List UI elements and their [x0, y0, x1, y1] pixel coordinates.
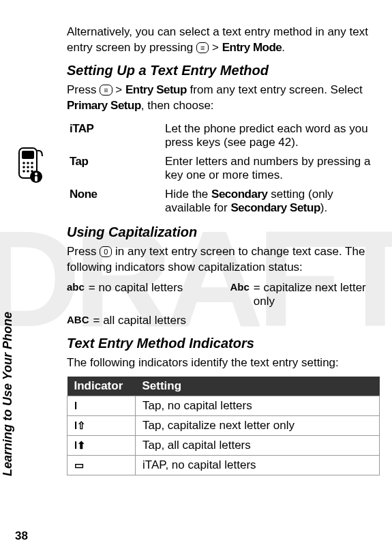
menu-secondary: Secondary [211, 188, 267, 201]
table-row: None Hide the Secondary setting (only av… [67, 185, 380, 218]
caps-glyph-Abc: Abc [230, 281, 250, 293]
intro-paragraph: Alternatively, you can select a text ent… [67, 25, 380, 56]
caps-desc: capitalize next letter only [254, 281, 366, 308]
indicators-paragraph: The following indicators identify the te… [67, 355, 380, 371]
indicator-cell: l⬆ [67, 435, 136, 455]
page-ref: 42 [278, 136, 291, 149]
setting-cell: Tap, no capital letters [136, 396, 380, 415]
text: > [112, 83, 125, 96]
page-number: 38 [15, 529, 28, 543]
text: . [282, 41, 285, 54]
caps-item: ABC = all capital letters [67, 314, 217, 327]
col-header-setting: Setting [136, 377, 380, 396]
caps-item: abc = no capital letters [67, 281, 217, 308]
text: ). [320, 201, 327, 214]
menu-entry-mode: Entry Mode [222, 41, 282, 54]
col-header-indicator: Indicator [67, 377, 136, 396]
table-row: ▭ iTAP, no capital letters [67, 455, 380, 475]
setting-up-paragraph: Press ≡ > Entry Setup from any text entr… [67, 83, 380, 114]
zero-key-icon: 0 [100, 246, 112, 257]
option-label-tap: Tap [70, 155, 88, 168]
indicator-cell: l [67, 396, 136, 415]
menu-key-icon: ≡ [196, 42, 209, 53]
text: = all capital letters [93, 314, 187, 327]
capitalization-grid: abc = no capital letters Abc = capitaliz… [67, 281, 380, 327]
table-row: l Tap, no capital letters [67, 396, 380, 415]
option-label-none: None [70, 188, 97, 201]
table-row: l⬆ Tap, all capital letters [67, 435, 380, 455]
text: ). [291, 136, 298, 149]
indicator-cell: ▭ [67, 455, 136, 475]
text: Hide the [165, 188, 211, 201]
menu-entry-setup: Entry Setup [125, 83, 187, 96]
text: in any text entry screen to change text … [67, 245, 365, 274]
menu-key-icon: ≡ [100, 85, 112, 96]
heading-capitalization: Using Capitalization [67, 224, 380, 240]
option-desc: Hide the Secondary setting (only availab… [162, 185, 380, 218]
caps-glyph-abc: abc [67, 281, 85, 293]
heading-setting-up: Setting Up a Text Entry Method [67, 63, 380, 78]
table-row: iTAP Let the phone predict each word as … [67, 119, 380, 152]
page-content: Alternatively, you can select a text ent… [0, 0, 392, 489]
setting-cell: Tap, all capital letters [136, 435, 380, 455]
indicator-cell: l⇧ [67, 415, 136, 435]
text: , then choose: [141, 99, 214, 112]
menu-primary-setup: Primary Setup [67, 99, 141, 112]
setting-cell: Tap, capitalize next letter only [136, 415, 380, 435]
caps-glyph-ABC: ABC [67, 314, 89, 325]
setting-cell: iTAP, no capital letters [136, 455, 380, 475]
indicators-table: Indicator Setting l Tap, no capital lett… [67, 377, 380, 475]
table-header-row: Indicator Setting [67, 377, 380, 396]
text: > [209, 41, 222, 54]
table-row: Tap Enter letters and numbers by pressin… [67, 152, 380, 185]
option-desc: Let the phone predict each word as you p… [162, 119, 380, 152]
text: = no capital letters [89, 281, 183, 295]
text: Press [67, 245, 100, 258]
text: Press [67, 83, 100, 96]
setup-options-table: iTAP Let the phone predict each word as … [67, 119, 380, 218]
text: = capitalize next letter only [254, 281, 380, 308]
option-desc: Enter letters and numbers by pressing a … [162, 152, 380, 185]
option-label-itap: iTAP [70, 122, 93, 135]
heading-indicators: Text Entry Method Indicators [67, 336, 380, 351]
menu-secondary-setup: Secondary Setup [230, 201, 320, 214]
table-row: l⇧ Tap, capitalize next letter only [67, 415, 380, 435]
caps-desc: no capital letters [99, 281, 183, 294]
caps-item: Abc = capitalize next letter only [230, 281, 380, 308]
capitalization-paragraph: Press 0 in any text entry screen to chan… [67, 244, 380, 276]
text: from any text entry screen. Select [187, 83, 363, 96]
caps-desc: all capital letters [103, 314, 186, 327]
text: Let the phone predict each word as you p… [165, 122, 368, 149]
